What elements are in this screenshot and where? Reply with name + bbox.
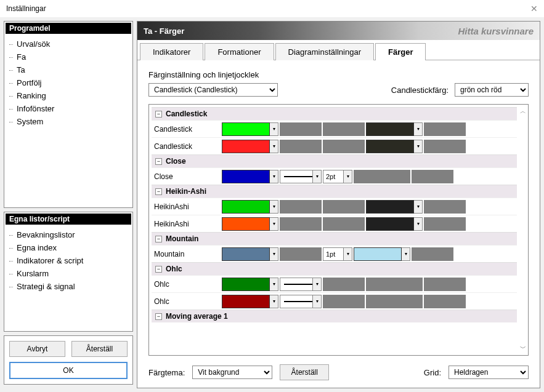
sidebar-buttons: Avbryt Återställ OK (4, 335, 133, 385)
color-picker[interactable]: ▾ (366, 200, 423, 214)
sidebar-item[interactable]: Urval/sök (7, 38, 130, 50)
empty-cell (424, 217, 466, 231)
empty-cell (280, 140, 322, 153)
empty-cell (280, 200, 322, 214)
sidebar-item[interactable]: Portfölj (7, 76, 130, 89)
sidebar-item[interactable]: Egna index (7, 241, 130, 254)
dropdown-icon[interactable]: ▾ (414, 122, 423, 136)
dropdown-icon[interactable]: ▾ (270, 278, 278, 291)
empty-cell (323, 278, 365, 291)
close-icon[interactable]: ✕ (530, 4, 538, 14)
scroll-down-icon[interactable]: ﹀ (520, 344, 526, 353)
color-picker[interactable]: ▾ (222, 217, 278, 231)
empty-cell (354, 170, 410, 183)
scroll-up-icon[interactable]: ︿ (520, 107, 526, 116)
line-width-select[interactable]: 1pt▾ (323, 247, 352, 261)
color-picker[interactable]: ▾ (366, 122, 423, 136)
tab[interactable]: Indikatorer (140, 43, 203, 60)
content-header: Ta - Färger Hitta kursvinnare (137, 22, 540, 40)
dropdown-icon[interactable]: ▾ (270, 200, 278, 214)
dropdown-icon[interactable]: ▾ (270, 170, 278, 183)
dropdown-icon[interactable]: ▾ (270, 247, 278, 261)
dropdown-icon[interactable]: ▾ (270, 217, 278, 231)
reset-colors-button[interactable]: Återställ (280, 364, 329, 380)
empty-cell (424, 200, 466, 214)
title-bar: Inställningar ✕ (0, 0, 544, 17)
settings-row: Ohlc▾▾ (152, 292, 517, 310)
chart-type-select[interactable]: Candlestick (Candlestick) (148, 83, 278, 97)
color-picker[interactable]: ▾ (222, 170, 278, 183)
group-header: −Close (152, 154, 517, 167)
empty-cell (323, 140, 365, 153)
collapse-icon[interactable]: − (155, 111, 162, 118)
dropdown-icon[interactable]: ▾ (343, 248, 352, 260)
tab[interactable]: Färger (375, 43, 426, 60)
candlestick-color-label: Candlestickfärg: (391, 86, 449, 95)
tab[interactable]: Diagraminställningar (275, 43, 375, 60)
ok-button[interactable]: OK (9, 362, 128, 379)
color-setting-label: Färginställning och linjetjocklek (148, 70, 529, 79)
dropdown-icon[interactable]: ▾ (270, 295, 278, 308)
group-header: −Heikin-Ashi (152, 185, 517, 198)
dropdown-icon[interactable]: ▾ (312, 278, 321, 290)
color-picker[interactable]: ▾ (222, 122, 278, 136)
fargtema-label: Färgtema: (148, 368, 185, 377)
sidebar-item[interactable]: Kurslarm (7, 267, 130, 280)
candlestick-color-select[interactable]: grön och röd (455, 83, 529, 97)
empty-cell (323, 200, 365, 214)
fargtema-select[interactable]: Vit bakgrund (192, 366, 272, 379)
grid-select[interactable]: Heldragen (449, 366, 529, 379)
dropdown-icon[interactable]: ▾ (270, 122, 278, 136)
color-picker[interactable]: ▾ (366, 217, 423, 231)
line-width-select[interactable]: 2pt▾ (323, 170, 352, 183)
sidebar-item[interactable]: Ranking (7, 89, 130, 102)
group-header: −Moving average 1 (152, 310, 517, 322)
sidebar-item[interactable]: System (7, 115, 130, 128)
sidebar-item[interactable]: Fa (7, 50, 130, 63)
dropdown-icon[interactable]: ▾ (414, 140, 423, 153)
section-header-program: Programdel (6, 23, 131, 34)
sidebar-item[interactable]: Indikatorer & script (7, 254, 130, 267)
color-picker[interactable]: ▾ (222, 247, 278, 261)
color-picker[interactable]: ▾ (222, 278, 278, 291)
settings-row: Mountain▾1pt▾▾ (152, 245, 517, 262)
dropdown-icon[interactable]: ▾ (312, 170, 321, 183)
collapse-icon[interactable]: − (155, 158, 162, 165)
reset-button[interactable]: Återställ (71, 341, 128, 357)
empty-cell (412, 170, 453, 183)
color-picker[interactable]: ▾ (222, 140, 278, 153)
dropdown-icon[interactable]: ▾ (312, 295, 321, 308)
group-header: −Candlestick (152, 107, 517, 120)
setting-label: HeikinAshi (153, 220, 221, 228)
dropdown-icon[interactable]: ▾ (414, 217, 423, 231)
dropdown-icon[interactable]: ▾ (270, 140, 278, 153)
settings-row: Candlestick▾▾ (152, 137, 517, 154)
group-header: −Mountain (152, 232, 517, 245)
setting-label: HeikinAshi (153, 202, 221, 211)
dropdown-icon[interactable]: ▾ (343, 170, 352, 183)
sidebar-item[interactable]: Ta (7, 63, 130, 76)
color-picker[interactable]: ▾ (354, 247, 410, 261)
color-picker[interactable]: ▾ (366, 140, 423, 153)
dropdown-icon[interactable]: ▾ (414, 200, 423, 214)
collapse-icon[interactable]: − (155, 188, 162, 195)
sidebar-item[interactable]: Infofönster (7, 102, 130, 115)
collapse-icon[interactable]: − (155, 313, 162, 320)
line-style-select[interactable]: ▾ (280, 170, 322, 183)
dropdown-icon[interactable]: ▾ (402, 247, 410, 261)
color-picker[interactable]: ▾ (222, 200, 278, 214)
sidebar-egna: Egna listor/script BevakningslistorEgna … (4, 212, 133, 332)
settings-row: Candlestick▾▾ (152, 120, 517, 137)
collapse-icon[interactable]: − (155, 266, 162, 273)
sidebar-item[interactable]: Strategi & signal (7, 280, 130, 293)
line-style-select[interactable]: ▾ (280, 295, 322, 308)
collapse-icon[interactable]: − (155, 236, 162, 242)
cancel-button[interactable]: Avbryt (9, 341, 65, 357)
content-panel: Ta - Färger Hitta kursvinnare Indikatore… (137, 21, 540, 388)
section-header-egna: Egna listor/script (6, 214, 131, 225)
tab[interactable]: Formationer (205, 43, 274, 60)
settings-row: Close▾▾2pt▾ (152, 167, 517, 185)
line-style-select[interactable]: ▾ (280, 278, 322, 291)
sidebar-item[interactable]: Bevakningslistor (7, 228, 130, 241)
color-picker[interactable]: ▾ (222, 295, 278, 308)
